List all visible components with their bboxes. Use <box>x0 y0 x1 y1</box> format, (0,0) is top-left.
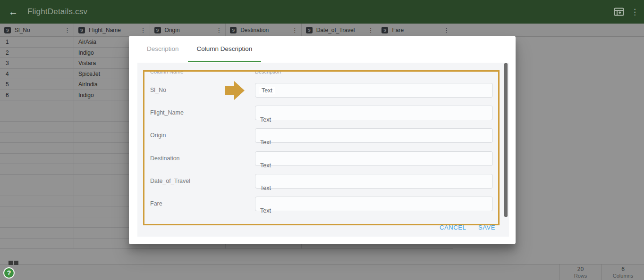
description-input-destination[interactable]: Text <box>255 151 493 166</box>
field-label: Date_of_Travel <box>150 174 245 189</box>
field-value: Text <box>260 139 271 146</box>
save-button[interactable]: SAVE <box>478 224 495 231</box>
tab-description[interactable]: Description <box>138 36 188 62</box>
table-upload-icon[interactable] <box>614 8 624 16</box>
field-row-date_of_travel: Date_of_TravelText <box>129 174 516 189</box>
field-row-origin: OriginText <box>129 128 516 143</box>
app-window: ← FlightDetails.csv ⋮ SSl_No⋮SFlight_Nam… <box>0 0 644 280</box>
field-row-fare: FareText <box>129 197 516 211</box>
dialog-scrollbar-thumb[interactable] <box>504 63 508 217</box>
dialog-tabbar: DescriptionColumn Description <box>129 36 516 62</box>
document-title: FlightDetails.csv <box>27 7 87 16</box>
field-label: Flight_Name <box>150 106 245 120</box>
help-button[interactable]: ? <box>3 267 15 279</box>
field-value: Text <box>260 162 271 169</box>
description-input-origin[interactable]: Text <box>255 128 493 143</box>
description-input-sl_no[interactable]: Text <box>255 83 493 98</box>
top-app-bar: ← FlightDetails.csv ⋮ <box>0 0 644 24</box>
cancel-button[interactable]: CANCEL <box>440 224 466 231</box>
description-input-date_of_travel[interactable]: Text <box>255 174 493 189</box>
view-switcher-icon[interactable] <box>8 261 18 265</box>
field-value: Text <box>260 207 271 214</box>
field-row-destination: DestinationText <box>129 151 516 166</box>
annotation-arrow-icon <box>234 81 245 100</box>
topbar-actions: ⋮ <box>614 7 644 17</box>
field-label: Origin <box>150 128 245 143</box>
description-header: Description <box>255 69 281 74</box>
description-input-fare[interactable]: Text <box>255 197 493 211</box>
field-label: Fare <box>150 197 245 211</box>
column-description-dialog: DescriptionColumn Description Column Nam… <box>129 36 516 244</box>
description-input-flight_name[interactable]: Text <box>255 106 493 120</box>
annotation-arrow-icon <box>225 86 234 95</box>
overflow-menu-icon[interactable]: ⋮ <box>631 7 637 17</box>
field-row-sl_no: Sl_NoText <box>129 83 516 98</box>
column-name-header: Column Name <box>150 69 183 74</box>
field-row-flight_name: Flight_NameText <box>129 106 516 120</box>
field-label: Destination <box>150 151 245 166</box>
field-value: Text <box>260 116 271 123</box>
field-value: Text <box>259 87 275 94</box>
tab-column-description[interactable]: Column Description <box>188 36 262 62</box>
field-value: Text <box>260 185 271 191</box>
back-arrow-icon[interactable]: ← <box>8 6 19 17</box>
